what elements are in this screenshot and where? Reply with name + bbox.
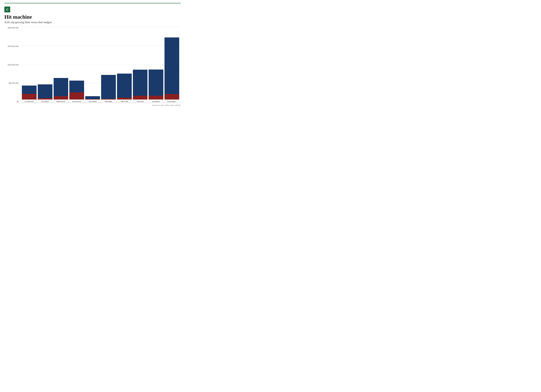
bar-gross bbox=[38, 84, 52, 98]
bar-stack bbox=[54, 78, 68, 99]
bar-label: The Witch bbox=[41, 100, 49, 103]
bar-stack bbox=[133, 70, 148, 99]
bar-gross bbox=[117, 73, 132, 98]
bar-label: The Whale bbox=[88, 100, 97, 103]
chart-wrapper: Ex MachinaThe WitchMidsommarUncut GemsTh… bbox=[21, 27, 181, 103]
bar-budget bbox=[101, 99, 116, 99]
bar-stack bbox=[149, 69, 163, 99]
y-axis-label: $100,000,000 bbox=[8, 64, 19, 66]
bar-label: Ex Machina bbox=[25, 100, 33, 103]
bar-group: Talk to Me bbox=[117, 73, 132, 103]
bar-group: Lady Bird bbox=[133, 70, 148, 103]
bar-label: Hereditary bbox=[152, 100, 160, 103]
bar-group: Ex Machina bbox=[22, 86, 36, 103]
bar-budget bbox=[133, 96, 148, 99]
bar-group: The Whale bbox=[85, 96, 100, 103]
bar-gross bbox=[133, 70, 148, 96]
bar-group: Hereditary bbox=[149, 69, 163, 103]
bar-label: Moonlight bbox=[105, 100, 112, 103]
bar-group: Moonlight bbox=[101, 75, 116, 103]
chart-area: $200,000,000$150,000,000$100,000,000$50,… bbox=[4, 27, 181, 103]
bar-group: Everything... bbox=[165, 37, 179, 103]
bar-budget bbox=[117, 98, 132, 99]
bar-budget bbox=[22, 94, 36, 99]
bar-group: Uncut Gems bbox=[69, 81, 84, 103]
page-subtitle: A24's top-grossing films versus their bu… bbox=[4, 21, 181, 24]
bar-group: The Witch bbox=[38, 84, 52, 103]
page-title: Hit machine bbox=[4, 14, 181, 20]
bar-stack bbox=[22, 86, 36, 99]
bar-budget bbox=[149, 96, 163, 99]
bars-container: Ex MachinaThe WitchMidsommarUncut GemsTh… bbox=[21, 27, 181, 103]
bar-label: Uncut Gems bbox=[72, 100, 81, 103]
bar-label: Everything... bbox=[167, 100, 177, 103]
bar-budget bbox=[165, 94, 179, 99]
bar-budget bbox=[54, 96, 68, 99]
y-axis-label: $150,000,000 bbox=[8, 45, 19, 47]
bar-label: Talk to Me bbox=[120, 100, 128, 103]
bar-label: Lady Bird bbox=[137, 100, 144, 103]
bar-budget bbox=[38, 98, 52, 99]
bar-gross bbox=[149, 69, 163, 96]
bar-stack bbox=[101, 75, 116, 99]
bar-gross bbox=[165, 37, 179, 94]
bar-budget bbox=[85, 99, 100, 99]
y-axis-label: $200,000,000 bbox=[8, 27, 19, 29]
bar-stack bbox=[85, 96, 100, 99]
bar-gross bbox=[85, 96, 100, 99]
top-bar bbox=[4, 3, 181, 5]
bar-stack bbox=[69, 81, 84, 99]
y-axis-label: $0 bbox=[17, 101, 19, 103]
bar-gross bbox=[54, 78, 68, 96]
bar-stack bbox=[117, 73, 132, 99]
bar-label: Midsommar bbox=[57, 100, 65, 103]
bar-stack bbox=[38, 84, 52, 99]
bar-stack bbox=[165, 37, 179, 99]
y-axis-label: $50,000,000 bbox=[9, 82, 19, 84]
bar-budget bbox=[69, 92, 84, 99]
bar-group: Midsommar bbox=[54, 78, 68, 103]
bar-gross bbox=[101, 75, 116, 99]
y-axis: $200,000,000$150,000,000$100,000,000$50,… bbox=[4, 27, 20, 103]
source-note: Data from Box Office Mojo (IMDb) bbox=[4, 104, 181, 106]
logo-icon: G bbox=[4, 6, 10, 12]
bar-gross bbox=[22, 86, 36, 94]
x-axis-line bbox=[22, 103, 179, 103]
bar-gross bbox=[69, 81, 84, 92]
